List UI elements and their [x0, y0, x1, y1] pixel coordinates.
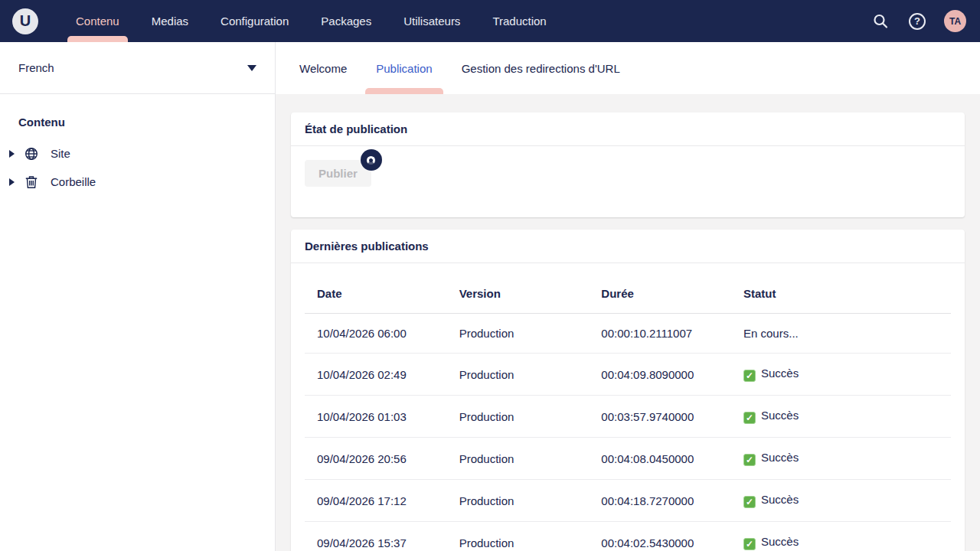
column-header-version: Version [447, 274, 590, 314]
cell-version: Production [447, 396, 590, 438]
cell-status: En cours... [731, 314, 951, 354]
content-tree: SiteCorbeille [0, 139, 275, 196]
main-area: WelcomePublicationGestion des redirectio… [276, 42, 980, 551]
cell-date: 10/04/2026 02:49 [305, 354, 447, 396]
success-check-icon: ✓ [743, 370, 756, 382]
cell-version: Production [447, 314, 590, 354]
latest-publications-card-title: Dernières publications [291, 230, 965, 263]
language-selector-value: French [18, 61, 54, 74]
cell-duration: 00:04:02.5430000 [589, 522, 731, 551]
cell-duration: 00:03:57.9740000 [589, 396, 731, 438]
nav-item-traduction[interactable]: Traduction [476, 0, 562, 42]
status-text: Succès [761, 367, 799, 380]
table-row[interactable]: 10/04/2026 02:49Production00:04:09.80900… [305, 354, 951, 396]
table-header-row: DateVersionDuréeStatut [305, 274, 951, 314]
caret-right-icon[interactable] [5, 178, 18, 186]
trash-icon [24, 175, 39, 189]
main-nav: ContenuMediasConfigurationPackagesUtilis… [60, 0, 871, 42]
cell-version: Production [447, 522, 590, 551]
loading-spinner-icon [361, 149, 382, 171]
nav-item-medias[interactable]: Medias [136, 0, 204, 42]
column-header-date: Date [305, 274, 447, 314]
table-row[interactable]: 10/04/2026 01:03Production00:03:57.97400… [305, 396, 951, 438]
success-check-icon: ✓ [743, 538, 756, 550]
cell-status: ✓Succès [731, 354, 951, 396]
sidebar-item-corbeille[interactable]: Corbeille [0, 168, 275, 196]
caret-right-icon[interactable] [5, 150, 18, 158]
umbraco-logo-icon[interactable]: U [12, 8, 38, 34]
nav-item-packages[interactable]: Packages [305, 0, 387, 42]
sidebar-item-site[interactable]: Site [0, 139, 275, 168]
cell-date: 09/04/2026 20:56 [305, 438, 447, 480]
sidebar-item-label: Corbeille [51, 175, 96, 188]
tab-bar: WelcomePublicationGestion des redirectio… [276, 42, 980, 94]
cell-status: ✓Succès [731, 438, 951, 480]
tab-welcome[interactable]: Welcome [285, 42, 361, 94]
cell-status: ✓Succès [731, 522, 951, 551]
publications-table-body: 10/04/2026 06:00Production00:00:10.21110… [305, 314, 951, 551]
status-text: Succès [761, 493, 799, 506]
cell-status: ✓Succès [731, 480, 951, 522]
globe-icon [24, 147, 39, 161]
table-row[interactable]: 10/04/2026 06:00Production00:00:10.21110… [305, 314, 951, 354]
sidebar-section-title: Contenu [0, 109, 275, 139]
status-text: Succès [761, 451, 799, 464]
publish-status-card-title: État de publication [291, 112, 965, 146]
table-row[interactable]: 09/04/2026 20:56Production00:04:08.04500… [305, 438, 951, 480]
publications-table: DateVersionDuréeStatut 10/04/2026 06:00P… [305, 274, 951, 551]
column-header-statut: Statut [731, 274, 951, 314]
status-text: Succès [761, 409, 799, 422]
chevron-down-icon [247, 65, 256, 71]
user-avatar[interactable]: TA [944, 10, 966, 32]
language-selector[interactable]: French [0, 42, 275, 94]
cell-date: 10/04/2026 01:03 [305, 396, 447, 438]
cell-version: Production [447, 354, 590, 396]
content-area: État de publication Publier Dernières pu… [276, 94, 980, 551]
search-icon[interactable] [871, 11, 890, 31]
sidebar: French Contenu SiteCorbeille [0, 42, 276, 551]
navbar-right: ? TA [871, 10, 966, 32]
cell-version: Production [447, 438, 590, 480]
tab-publication[interactable]: Publication [361, 42, 446, 94]
column-header-dure: Durée [589, 274, 731, 314]
tab-gestion-des-redirections-d-url[interactable]: Gestion des redirections d'URL [447, 42, 635, 94]
cell-duration: 00:04:08.0450000 [589, 438, 731, 480]
cell-status: ✓Succès [731, 396, 951, 438]
table-row[interactable]: 09/04/2026 17:12Production00:04:18.72700… [305, 480, 951, 522]
nav-item-configuration[interactable]: Configuration [204, 0, 305, 42]
success-check-icon: ✓ [743, 412, 756, 424]
nav-item-contenu[interactable]: Contenu [60, 0, 136, 42]
cell-date: 09/04/2026 17:12 [305, 480, 447, 522]
cell-date: 10/04/2026 06:00 [305, 314, 447, 354]
table-row[interactable]: 09/04/2026 15:37Production00:04:02.54300… [305, 522, 951, 551]
top-navbar: U ContenuMediasConfigurationPackagesUtil… [0, 0, 980, 42]
status-text: Succès [761, 535, 799, 548]
status-text: En cours... [743, 327, 799, 340]
publish-status-card: État de publication Publier [291, 112, 965, 217]
cell-duration: 00:00:10.2111007 [589, 314, 731, 354]
cell-date: 09/04/2026 15:37 [305, 522, 447, 551]
success-check-icon: ✓ [743, 496, 756, 508]
nav-item-utilisateurs[interactable]: Utilisateurs [387, 0, 476, 42]
cell-duration: 00:04:18.7270000 [589, 480, 731, 522]
cell-duration: 00:04:09.8090000 [589, 354, 731, 396]
help-icon[interactable]: ? [907, 11, 927, 31]
cell-version: Production [447, 480, 590, 522]
success-check-icon: ✓ [743, 454, 756, 466]
latest-publications-card: Dernières publications DateVersionDuréeS… [291, 230, 965, 551]
sidebar-item-label: Site [51, 147, 70, 160]
